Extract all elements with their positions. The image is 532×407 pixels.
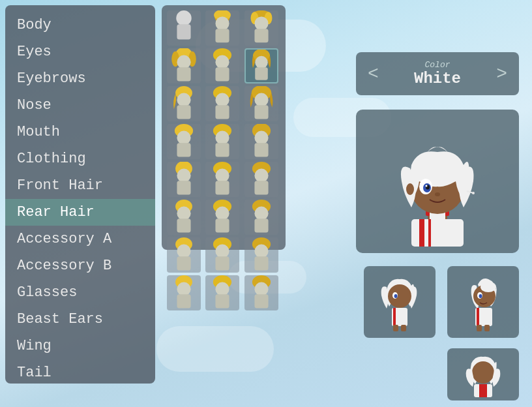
character-preview-small-2 [447, 266, 519, 338]
svg-point-27 [216, 93, 229, 107]
hair-option-7[interactable] [167, 86, 201, 121]
color-left-arrow[interactable]: < [364, 64, 383, 84]
svg-point-30 [254, 93, 268, 107]
svg-point-91 [435, 192, 440, 196]
svg-point-107 [472, 361, 494, 384]
hair-option-5[interactable] [205, 48, 239, 83]
hair-option-9[interactable] [244, 86, 278, 121]
sidebar-item-eyebrows[interactable]: Eyebrows [5, 65, 155, 92]
svg-rect-96 [393, 308, 396, 326]
sidebar-item-glasses[interactable]: Glasses [5, 279, 155, 306]
svg-rect-104 [477, 308, 479, 326]
sidebar-item-accessory-b[interactable]: Accessory B [5, 252, 155, 279]
character-portrait [372, 116, 503, 247]
svg-rect-46 [216, 181, 229, 194]
svg-rect-105 [477, 325, 482, 331]
svg-point-60 [177, 245, 190, 258]
hair-option-3[interactable] [244, 10, 278, 46]
svg-point-33 [177, 131, 190, 145]
svg-rect-28 [216, 105, 229, 119]
hair-grid-panel [162, 5, 286, 250]
svg-point-45 [216, 169, 229, 183]
hair-option-10[interactable] [167, 124, 201, 159]
sidebar-item-eyes[interactable]: Eyes [5, 38, 155, 65]
hair-option-16[interactable] [167, 200, 201, 235]
sidebar-item-wing[interactable]: Wing [5, 333, 155, 359]
hair-option-18[interactable] [244, 200, 278, 235]
svg-rect-19 [216, 67, 229, 81]
svg-point-72 [216, 282, 229, 296]
sidebar-item-clothing[interactable]: Clothing [5, 145, 155, 172]
character-preview-main [356, 110, 519, 253]
cloud-decoration [156, 326, 274, 372]
small-portrait-1 [374, 273, 426, 331]
svg-point-15 [177, 55, 190, 69]
hair-option-19[interactable] [167, 237, 201, 273]
svg-point-36 [216, 131, 229, 145]
svg-point-57 [254, 207, 268, 220]
sidebar-item-body[interactable]: Body [5, 12, 155, 38]
svg-point-69 [177, 282, 190, 296]
svg-point-88 [406, 183, 414, 195]
sidebar-item-beast-ears[interactable]: Beast Ears [5, 306, 155, 333]
svg-point-42 [177, 169, 190, 183]
svg-point-94 [394, 294, 398, 298]
svg-point-18 [216, 55, 229, 69]
color-title: Color [383, 60, 492, 70]
color-value: White [383, 70, 492, 87]
svg-rect-55 [216, 219, 229, 232]
svg-rect-110 [480, 384, 482, 397]
sidebar-item-front-hair[interactable]: Front Hair [5, 172, 155, 199]
svg-rect-97 [393, 325, 398, 331]
svg-rect-70 [177, 294, 190, 308]
svg-rect-76 [254, 294, 268, 308]
svg-rect-31 [254, 105, 268, 119]
svg-point-87 [426, 185, 428, 187]
hair-option-11[interactable] [205, 124, 239, 159]
sidebar-item-mouth[interactable]: Mouth [5, 119, 155, 145]
svg-rect-98 [401, 325, 406, 331]
svg-rect-37 [216, 143, 229, 157]
small-portrait-3 [457, 352, 509, 397]
svg-rect-61 [177, 256, 190, 270]
svg-rect-11 [254, 29, 268, 42]
svg-rect-1 [177, 24, 190, 39]
hair-option-21[interactable] [244, 237, 278, 273]
hair-option-2[interactable] [205, 10, 239, 46]
svg-point-66 [254, 245, 268, 258]
sidebar-item-tail[interactable]: Tail [5, 359, 155, 386]
svg-rect-5 [216, 29, 229, 42]
svg-rect-40 [254, 143, 268, 157]
hair-option-13[interactable] [167, 162, 201, 197]
svg-rect-52 [177, 219, 190, 232]
svg-rect-16 [177, 67, 190, 81]
hair-option-17[interactable] [205, 200, 239, 235]
hair-option-22[interactable] [167, 275, 201, 310]
hair-option-15[interactable] [244, 162, 278, 197]
sidebar-item-accessory-a[interactable]: Accessory A [5, 226, 155, 252]
character-preview-small-3 [447, 348, 519, 400]
hair-option-14[interactable] [205, 162, 239, 197]
svg-point-54 [216, 207, 229, 220]
sidebar-item-rear-hair[interactable]: Rear Hair [5, 199, 155, 226]
hair-option-6[interactable] [244, 48, 278, 83]
hair-option-12[interactable] [244, 124, 278, 159]
svg-point-0 [176, 10, 191, 25]
hair-option-4[interactable] [167, 48, 201, 83]
svg-point-90 [472, 192, 475, 194]
svg-point-48 [254, 169, 268, 183]
sidebar-item-nose[interactable]: Nose [5, 92, 155, 119]
hair-option-8[interactable] [205, 86, 239, 121]
svg-rect-67 [254, 256, 268, 270]
color-selector: < Color White > [356, 52, 519, 95]
hair-option-23[interactable] [205, 275, 239, 310]
svg-point-24 [177, 93, 190, 107]
hair-option-1[interactable] [167, 10, 201, 46]
hair-option-24[interactable] [244, 275, 278, 310]
svg-rect-82 [428, 219, 431, 247]
svg-rect-22 [255, 67, 268, 80]
color-right-arrow[interactable]: > [492, 64, 511, 84]
svg-rect-43 [177, 181, 190, 194]
hair-option-20[interactable] [205, 237, 239, 273]
small-portrait-2 [457, 273, 509, 331]
